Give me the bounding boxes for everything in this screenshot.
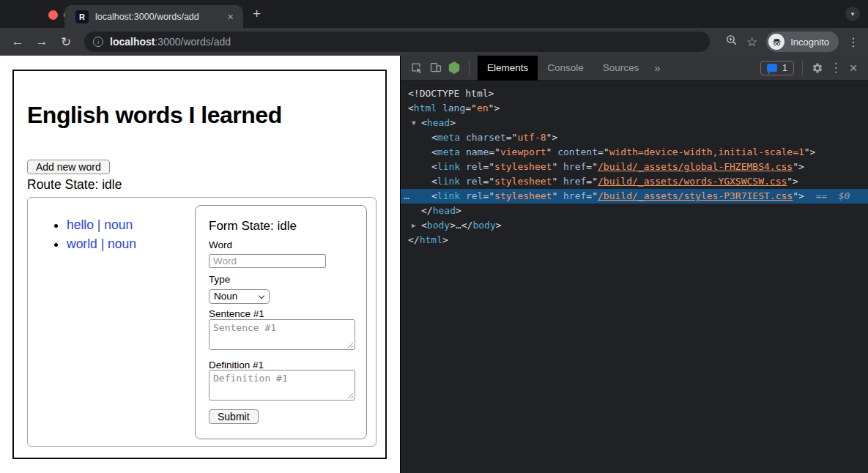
- type-select[interactable]: Noun: [209, 289, 270, 304]
- new-tab-button[interactable]: +: [253, 6, 261, 22]
- list-item: world | noun: [67, 234, 136, 253]
- more-panels-icon[interactable]: »: [648, 62, 666, 74]
- address-bar[interactable]: i localhost:3000/words/add: [84, 31, 710, 52]
- type-label: Type: [209, 274, 230, 285]
- dom-node[interactable]: ▶<body>…</body>: [401, 218, 868, 233]
- tab-strip: R localhost:3000/words/add × + ▾: [0, 0, 868, 28]
- page-container: English words I learned Add new word Rou…: [12, 70, 387, 459]
- dom-node[interactable]: <meta charset="utf-8">: [401, 130, 868, 145]
- browser-toolbar: ← → ↻ i localhost:3000/words/add ☆ Incog…: [0, 28, 868, 56]
- divider: [802, 61, 803, 75]
- issues-count: 1: [782, 63, 787, 73]
- extension-hexagon-icon[interactable]: [445, 56, 464, 81]
- devtools-panel: ElementsConsoleSources » 1 ⋮ × <!DOCTYPE…: [400, 56, 868, 473]
- form-state-text: Form State: idle: [209, 219, 297, 234]
- dom-node[interactable]: <meta name="viewport" content="width=dev…: [401, 145, 868, 160]
- bookmark-star-icon[interactable]: ☆: [746, 34, 757, 50]
- incognito-avatar-icon: [768, 34, 784, 50]
- dom-node[interactable]: </head>: [401, 204, 868, 218]
- dom-node[interactable]: </html>: [401, 233, 868, 247]
- word-link[interactable]: hello | noun: [67, 217, 133, 232]
- reload-icon[interactable]: ↻: [57, 34, 75, 50]
- twistie-icon: ▼: [412, 116, 416, 130]
- devtools-tab-sources[interactable]: Sources: [593, 56, 649, 81]
- incognito-label: Incognito: [790, 37, 829, 48]
- words-panel: hello | nounworld | noun Form State: idl…: [27, 197, 376, 447]
- twistie-icon: ▶: [412, 218, 416, 233]
- words-list: hello | nounworld | noun: [28, 215, 136, 253]
- devtools-toolbar: ElementsConsoleSources » 1 ⋮ ×: [401, 56, 868, 81]
- tab-close-icon[interactable]: ×: [225, 11, 236, 22]
- site-info-icon[interactable]: i: [93, 37, 103, 47]
- sentence-textarea[interactable]: [209, 319, 355, 350]
- url-host: localhost: [110, 36, 155, 48]
- word-link[interactable]: world | noun: [67, 236, 136, 251]
- issues-bubble-icon: [767, 64, 777, 72]
- devtools-close-icon[interactable]: ×: [845, 60, 862, 76]
- devtools-settings-gear-icon[interactable]: [808, 56, 827, 81]
- devtools-tabs: ElementsConsoleSources: [478, 56, 648, 81]
- route-state-text: Route State: idle: [27, 177, 122, 193]
- browser-menu-icon[interactable]: ⋮: [847, 35, 859, 49]
- devtools-menu-icon[interactable]: ⋮: [827, 60, 845, 75]
- tab-title: localhost:3000/words/add: [95, 12, 225, 22]
- inspect-element-icon[interactable]: [407, 56, 426, 81]
- dom-node-selected[interactable]: …<link rel="stylesheet" href="/build/_as…: [401, 189, 868, 204]
- definition-label: Definition #1: [209, 360, 264, 370]
- dom-node[interactable]: <link rel="stylesheet" href="/build/_ass…: [401, 160, 868, 174]
- url-text: localhost:3000/words/add: [110, 36, 231, 48]
- browser-tab[interactable]: R localhost:3000/words/add ×: [64, 5, 243, 28]
- word-input[interactable]: [209, 254, 326, 268]
- remix-favicon-icon: R: [75, 10, 89, 23]
- devtools-tab-console[interactable]: Console: [538, 56, 593, 81]
- dom-node[interactable]: ▼<head>: [401, 116, 868, 130]
- add-word-form: Form State: idle Word Type Noun Sentence…: [195, 205, 367, 439]
- incognito-badge: Incognito: [766, 31, 839, 52]
- page-viewport: English words I learned Add new word Rou…: [0, 56, 400, 473]
- sentence-label: Sentence #1: [209, 308, 264, 319]
- close-window-button[interactable]: [48, 10, 58, 20]
- dom-node[interactable]: <link rel="stylesheet" href="/build/_ass…: [401, 174, 868, 189]
- devtools-dom-tree: <!DOCTYPE html><html lang="en">▼<head><m…: [401, 81, 868, 473]
- page-title: English words I learned: [27, 103, 282, 127]
- back-icon[interactable]: ←: [9, 34, 26, 49]
- browser-window: R localhost:3000/words/add × + ▾ ← → ↻ i…: [0, 0, 868, 473]
- tab-search-chevron-icon[interactable]: ▾: [845, 7, 860, 21]
- divider: [469, 61, 470, 75]
- definition-textarea[interactable]: [209, 370, 355, 401]
- dom-node[interactable]: <!DOCTYPE html>: [401, 86, 868, 101]
- zoom-icon[interactable]: [726, 34, 738, 49]
- forward-icon[interactable]: →: [33, 34, 51, 49]
- dom-node[interactable]: <html lang="en">: [401, 101, 868, 116]
- add-new-word-button[interactable]: Add new word: [27, 160, 110, 174]
- devtools-tab-elements[interactable]: Elements: [478, 56, 538, 81]
- word-label: Word: [209, 239, 232, 250]
- list-item: hello | noun: [67, 215, 136, 234]
- device-toolbar-icon[interactable]: [426, 56, 445, 81]
- url-path: :3000/words/add: [155, 36, 231, 48]
- issues-badge[interactable]: 1: [760, 61, 794, 75]
- submit-button[interactable]: Submit: [209, 409, 259, 424]
